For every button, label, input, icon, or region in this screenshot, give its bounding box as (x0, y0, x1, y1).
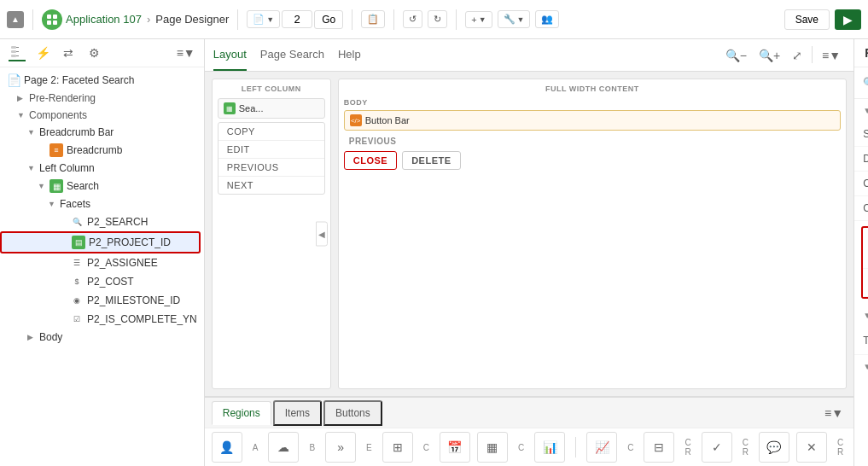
p2-project-id-item[interactable]: ▤ P2_PROJECT_ID (0, 231, 201, 253)
previous-label: PREVIOUS (349, 137, 397, 146)
icon-chat[interactable]: 💬 (759, 432, 789, 463)
bottom-tab-menu[interactable]: ≡▼ (821, 403, 847, 423)
left-column-label: Left Column (39, 162, 95, 174)
page-title[interactable]: 📄 Page 2: Faceted Search (0, 71, 204, 90)
chevron-down3-icon: ▼ (517, 15, 525, 24)
icon-bar-chart[interactable]: 📈 (586, 432, 617, 463)
close-button[interactable]: CLOSE (344, 151, 397, 170)
icon-chart[interactable]: 📊 (534, 432, 565, 463)
template-btn[interactable]: 📋 (361, 10, 385, 28)
tree-icon[interactable] (9, 44, 26, 61)
icon-cross[interactable]: ✕ (796, 432, 827, 463)
left-panel-icons: ⚡ ⇄ ⚙ ≡▼ (0, 39, 204, 67)
add-btn[interactable]: + ▼ (465, 11, 492, 28)
left-column-item[interactable]: ▼ Left Column (0, 160, 204, 177)
advanced-props: Show Chart Initially Display Toggling Co… (854, 122, 868, 221)
icon-label-c4: CR (681, 436, 694, 458)
icon-cloud[interactable]: ☁ (268, 432, 299, 463)
p2-cost-item[interactable]: $ P2_COST (0, 272, 204, 291)
p2-complete-item[interactable]: ☑ P2_IS_COMPLETE_YN (0, 310, 204, 329)
center-menu-btn[interactable]: ≡▼ (818, 46, 845, 65)
app-nav: Application 107 › Page Designer (42, 9, 229, 30)
display-toggling-row: Display Toggling (854, 147, 868, 172)
lightning-icon[interactable]: ⚡ (34, 44, 51, 61)
collapse-panel-btn[interactable]: ◀ (316, 222, 328, 247)
app-name[interactable]: Application 107 (66, 13, 142, 26)
advanced-section-header[interactable]: ▼ Advanced (854, 99, 868, 122)
button-bar-widget[interactable]: </> Button Bar (344, 110, 841, 131)
sep2 (237, 9, 238, 30)
body-item[interactable]: ▶ Body (0, 329, 204, 346)
share-icon[interactable]: ⇄ (60, 44, 77, 61)
go-button[interactable]: Go (314, 10, 343, 29)
center-panel: Layout Page Search Help 🔍− 🔍+ ⤢ (205, 39, 854, 466)
delete-button[interactable]: DELETE (402, 151, 460, 170)
p2-milestone-label: P2_MILESTONE_ID (87, 294, 180, 306)
p2-complete-label: P2_IS_COMPLETE_YN (87, 313, 197, 325)
expand-btn[interactable]: ⤢ (788, 46, 807, 65)
settings-icon[interactable]: ⚙ (85, 44, 102, 61)
run-button[interactable]: ▶ (835, 9, 861, 30)
save-button[interactable]: Save (784, 9, 830, 30)
tab-regions[interactable]: Regions (212, 401, 271, 425)
p2-assignee-item[interactable]: ☰ P2_ASSIGNEE (0, 253, 204, 272)
tab-page-search-label: Page Search (260, 48, 324, 61)
p2-assignee-label: P2_ASSIGNEE (87, 257, 158, 269)
breadcrumb-item[interactable]: ≡ Breadcrumb (0, 141, 204, 160)
breadcrumb-bar-item[interactable]: ▼ Breadcrumb Bar (0, 124, 204, 141)
left-tree: 📄 Page 2: Faceted Search ▶ Pre-Rendering… (0, 67, 204, 466)
panel-menu-btn[interactable]: ≡▼ (177, 46, 195, 60)
icon-arrow[interactable]: » (325, 432, 356, 463)
undo-btn[interactable]: ↺ (403, 10, 422, 28)
search-label: Search (67, 180, 99, 192)
redo-btn[interactable]: ↻ (428, 10, 447, 28)
p2-search-item[interactable]: 🔍 P2_SEARCH (0, 213, 204, 231)
center-content: ◀ LEFT COLUMN ▦ Sea... COPY (205, 72, 853, 466)
tab-layout[interactable]: Layout (213, 39, 247, 71)
bb-icon: </> (350, 114, 362, 126)
wrench-icon: 🔧 (504, 14, 516, 25)
components-item[interactable]: ▼ Components (0, 107, 204, 124)
context-copy[interactable]: COPY (218, 123, 324, 140)
p2-milestone-item[interactable]: ◉ P2_MILESTONE_ID (0, 291, 204, 310)
icon-grid[interactable]: ⊞ (382, 432, 413, 463)
icon-table[interactable]: ▦ (477, 432, 508, 463)
context-next[interactable]: NEXT (218, 177, 324, 194)
pre-rendering-item[interactable]: ▶ Pre-Rendering (0, 90, 204, 107)
default-section-header[interactable]: ▼ Default (854, 355, 868, 378)
up-arrow-btn[interactable]: ▲ (7, 11, 24, 28)
context-edit[interactable]: EDIT (218, 141, 324, 158)
icon-calendar[interactable]: 📅 (440, 432, 470, 463)
icon-table2[interactable]: ⊟ (644, 432, 674, 463)
page-menu-btn[interactable]: 📄 ▼ (247, 10, 280, 28)
search-widget[interactable]: ▦ Sea... (218, 98, 325, 119)
sep5 (456, 9, 457, 30)
tab-page-search[interactable]: Page Search (260, 39, 324, 71)
zoom-out-btn[interactable]: 🔍− (721, 46, 751, 65)
p2-milestone-icon: ◉ (70, 294, 84, 307)
icon-row: 👤 A ☁ B » E ⊞ C 📅 ▦ C 📊 📈 C ⊟ (205, 428, 853, 466)
users-btn[interactable]: 👥 (535, 10, 559, 28)
components-chevron: ▼ (17, 111, 26, 119)
center-toolbar-right: 🔍− 🔍+ ⤢ ≡▼ (721, 46, 845, 65)
facets-item[interactable]: ▼ Facets (0, 195, 204, 213)
context-previous[interactable]: PREVIOUS (218, 159, 324, 176)
facets-label: Facets (60, 198, 90, 210)
zoom-in-btn[interactable]: 🔍+ (754, 46, 784, 65)
nav-sep: › (147, 13, 150, 26)
tab-help[interactable]: Help (338, 39, 361, 71)
multiple-values-header[interactable]: ▼ Multiple Values (854, 304, 868, 327)
left-column-canvas: LEFT COLUMN ▦ Sea... COPY EDIT PREV (212, 79, 331, 389)
tab-buttons[interactable]: Buttons (323, 400, 382, 426)
icon-label-c2: C (515, 441, 527, 454)
source-section-header[interactable]: ▼ Source (863, 228, 868, 248)
svg-rect-0 (47, 15, 51, 19)
zoom-in-icon: 🔍+ (759, 49, 780, 62)
icon-check[interactable]: ✓ (702, 432, 732, 463)
tab-items[interactable]: Items (273, 400, 322, 426)
tools-btn[interactable]: 🔧 ▼ (498, 10, 531, 28)
page-number-input[interactable]: 2 (282, 10, 312, 28)
center-menu-icon: ≡▼ (822, 49, 841, 62)
search-item[interactable]: ▼ ▦ Search (0, 177, 204, 195)
icon-person[interactable]: 👤 (212, 432, 242, 463)
